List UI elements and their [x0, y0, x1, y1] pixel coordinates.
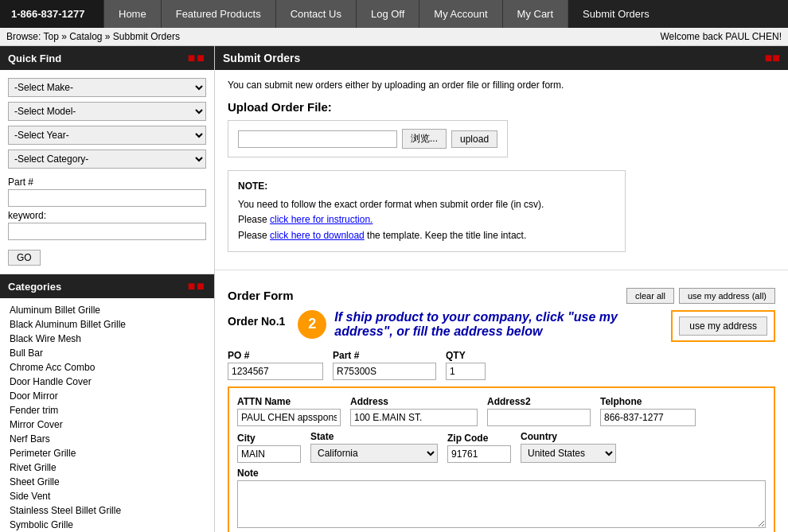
quick-find-section: -Select Make- -Select Model- -Select Yea…	[0, 70, 214, 274]
category-item[interactable]: Rivet Grille	[0, 460, 214, 475]
nav-submit-orders[interactable]: Submit Orders	[568, 0, 664, 28]
attn-label: ATTN Name	[237, 396, 341, 407]
state-group: State CaliforniaAlabamaAlaskaArizonaArka…	[310, 431, 438, 463]
categories-list: Aluminum Billet GrilleBlack Aluminum Bil…	[0, 298, 214, 532]
order-form-heading: Order Form	[228, 289, 294, 302]
qty-input[interactable]	[446, 363, 486, 380]
address2-label: Address2	[487, 396, 591, 407]
file-path-input[interactable]	[238, 130, 397, 148]
upload-box: 浏览... upload	[228, 120, 508, 157]
part-number-input[interactable]	[8, 189, 206, 207]
category-item[interactable]: Nerf Bars	[0, 432, 214, 446]
keyword-label: keyword:	[8, 210, 206, 221]
category-item[interactable]: Side Vent	[0, 489, 214, 503]
telephone-input[interactable]	[600, 409, 696, 426]
categories-section: Categories ■■ Aluminum Billet GrilleBlac…	[0, 274, 214, 532]
category-item[interactable]: Fender trim	[0, 403, 214, 417]
keyword-input[interactable]	[8, 223, 206, 240]
category-item[interactable]: Mirror Cover	[0, 417, 214, 432]
po-part-qty-row: PO # Part # QTY	[228, 350, 775, 380]
attn-input[interactable]	[237, 409, 341, 426]
category-item[interactable]: Aluminum Billet Grille	[0, 303, 214, 317]
quick-find-header: Quick Find ■■	[0, 46, 214, 70]
part-input[interactable]	[333, 363, 436, 380]
po-input[interactable]	[228, 363, 323, 380]
order-form-header: Order Form clear all use my address (all…	[228, 288, 775, 304]
order-form-section: Order Form clear all use my address (all…	[215, 278, 788, 532]
qty-group: QTY	[446, 350, 486, 380]
instruction-link[interactable]: click here for instruction.	[270, 214, 373, 225]
download-link[interactable]: click here to download	[270, 230, 365, 241]
nav-contact-us[interactable]: Contact Us	[275, 0, 356, 28]
upload-button[interactable]: upload	[451, 130, 497, 148]
note-group: Note	[237, 468, 766, 528]
upload-section: Upload Order File: 浏览... upload NOTE: Yo…	[228, 100, 775, 252]
category-item[interactable]: Symbolic Grille	[0, 518, 214, 532]
welcome-message: Welcome back PAUL CHEN!	[661, 31, 782, 42]
use-my-address-all-button[interactable]: use my address (all)	[679, 288, 775, 304]
address2-group: Address2	[487, 396, 591, 426]
main-content-area: Submit Orders ■■ You can submit new orde…	[215, 46, 788, 532]
note-line1: You need to follow the exact order forma…	[238, 197, 615, 212]
nav-my-account[interactable]: My Account	[419, 0, 501, 28]
state-label: State	[310, 431, 438, 442]
content-body: You can submit new orders either by uplo…	[215, 70, 788, 262]
upload-heading: Upload Order File:	[228, 100, 775, 114]
select-model[interactable]: -Select Model-	[8, 102, 206, 121]
header-dots: ■■	[765, 51, 780, 65]
category-item[interactable]: Black Aluminum Billet Grille	[0, 317, 214, 332]
breadcrumb: Browse: Top » Catalog » Subbmit Orders	[6, 31, 180, 42]
address-label: Address	[350, 396, 478, 407]
clear-all-button[interactable]: clear all	[626, 288, 674, 304]
submit-orders-header: Submit Orders ■■	[215, 46, 788, 70]
part-number-label: Part #	[8, 177, 206, 188]
use-my-address-button[interactable]: use my address	[679, 316, 767, 336]
breadcrumb-bar: Browse: Top » Catalog » Subbmit Orders W…	[0, 28, 788, 46]
submit-orders-title: Submit Orders	[223, 52, 300, 64]
note-label: Note	[237, 468, 766, 479]
nav-home[interactable]: Home	[103, 0, 161, 28]
address-block: ATTN Name Address Address2 Telphone	[228, 386, 775, 532]
telephone-label: Telphone	[600, 396, 696, 407]
category-item[interactable]: Black Wire Mesh	[0, 332, 214, 346]
part-label: Part #	[333, 350, 436, 361]
address2-input[interactable]	[487, 409, 591, 426]
phone-number: 1-866-837-1277	[0, 0, 103, 28]
order-no-row: Order No.1 2 If ship product to your com…	[228, 310, 775, 342]
intro-text: You can submit new orders either by uplo…	[228, 80, 775, 91]
category-item[interactable]: Bull Bar	[0, 346, 214, 360]
browse-button[interactable]: 浏览...	[402, 129, 447, 149]
category-item[interactable]: Perimeter Grille	[0, 446, 214, 460]
go-button[interactable]: GO	[8, 250, 41, 266]
address-group: Address	[350, 396, 478, 426]
zip-input[interactable]	[447, 445, 511, 463]
category-item[interactable]: Door Handle Cover	[0, 375, 214, 389]
city-label: City	[237, 433, 301, 444]
country-group: Country United StatesCanadaMexico	[521, 431, 616, 463]
qty-label: QTY	[446, 350, 486, 361]
category-item[interactable]: Door Mirror	[0, 389, 214, 403]
nav-log-off[interactable]: Log Off	[356, 0, 419, 28]
select-year[interactable]: -Select Year-	[8, 126, 206, 145]
state-select[interactable]: CaliforniaAlabamaAlaskaArizonaArkansasCo…	[310, 444, 438, 463]
category-item[interactable]: Sheet Grille	[0, 475, 214, 489]
city-input[interactable]	[237, 445, 301, 463]
categories-dots: ■■	[188, 279, 206, 293]
select-make[interactable]: -Select Make-	[8, 78, 206, 97]
note-line2: Please click here for instruction.	[238, 212, 615, 227]
note-line3: Please click here to download the templa…	[238, 228, 615, 243]
note-textarea[interactable]	[237, 480, 766, 528]
category-item[interactable]: Chrome Acc Combo	[0, 360, 214, 375]
callout-text: If ship product to your company, click "…	[334, 310, 663, 339]
part-group: Part #	[333, 350, 436, 380]
city-group: City	[237, 433, 301, 463]
nav-featured-products[interactable]: Featured Products	[161, 0, 275, 28]
category-item[interactable]: Stainless Steel Billet Grille	[0, 503, 214, 518]
country-label: Country	[521, 431, 616, 442]
categories-header: Categories ■■	[0, 274, 214, 298]
address-input[interactable]	[350, 409, 478, 426]
sidebar: Quick Find ■■ -Select Make- -Select Mode…	[0, 46, 215, 532]
country-select[interactable]: United StatesCanadaMexico	[521, 444, 616, 463]
nav-my-cart[interactable]: My Cart	[502, 0, 568, 28]
select-category[interactable]: -Select Category-	[8, 150, 206, 169]
